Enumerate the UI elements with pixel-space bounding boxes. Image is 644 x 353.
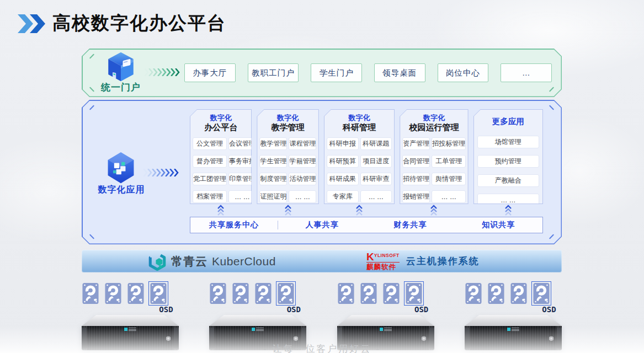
column-header: 数字化 教学管理 (257, 110, 318, 133)
portal-button-row: 办事大厅 教职工门户 学生门户 领导桌面 岗位中心 … (184, 63, 552, 82)
app-chip: 科研成果 (327, 173, 358, 185)
cloud-platform-bar: 常青云 KuberCloud K YLINSOFT 麒麟软件 云主机操作系统 (82, 250, 562, 272)
shared-item-hr: 人事共享 (278, 220, 366, 230)
hard-disk-osd-icon (533, 282, 550, 304)
app-column-office-platform: 数字化 办公平台 公文管理 会议管理 督办管理 事务审批 党工团管理 印章管理 … (190, 109, 252, 204)
app-chip: 预约管理 (478, 156, 539, 167)
hard-disk-osd-icon (277, 282, 295, 304)
kylin-k-letter: K (366, 252, 374, 261)
app-column-teaching-mgmt: 数字化 教学管理 教学管理 课程管理 学生管理 学籍管理 制度管理 活动管理 证… (257, 109, 318, 204)
kubercloud-cn-label: 常青云 (171, 254, 207, 269)
disk-row (82, 282, 179, 304)
hard-disk-icon (232, 282, 249, 304)
portal-button-student-portal: 学生门户 (311, 63, 362, 82)
triple-chevron-up-icon (355, 205, 363, 216)
app-chip: 招待管理 (403, 173, 429, 185)
rack-top-surface (209, 315, 306, 326)
disk-row (209, 282, 306, 304)
hard-disk-icon (104, 282, 122, 304)
unified-portal-panel: 统一门户 办事大厅 教职工门户 学生门户 领导桌面 岗位中心 … (82, 49, 562, 97)
app-chip: … … (432, 191, 465, 202)
blue-flow-arrows-icon (143, 169, 182, 176)
app-chip: 专家库 (327, 191, 358, 202)
hard-disk-osd-icon (150, 282, 167, 304)
rack-top-surface (465, 315, 562, 326)
app-chip: 科研审查 (361, 173, 392, 185)
app-columns-row: 数字化 办公平台 公文管理 会议管理 督办管理 事务审批 党工团管理 印章管理 … (190, 109, 543, 204)
osd-label: OSD (153, 304, 179, 314)
app-chip: 督办管理 (193, 156, 226, 167)
kubercloud-logo: 常青云 KuberCloud (148, 250, 276, 272)
app-chip: 科研预算 (327, 156, 358, 167)
app-chip: 舆情管理 (432, 173, 465, 185)
app-column-campus-operation: 数字化 校园运行管理 资产管理 招投标管理 合同管理 工单管理 招待管理 舆情管… (400, 109, 468, 204)
disk-row (337, 282, 434, 304)
app-chip: 党工团管理 (193, 173, 226, 185)
shared-item-service-center: 共享服务中心 (190, 220, 278, 230)
portal-button-service-hall: 办事大厅 (184, 63, 236, 82)
kylin-os-group: K YLINSOFT 麒麟软件 云主机操作系统 (366, 250, 480, 272)
app-chip: 公文管理 (193, 138, 226, 149)
digital-apps-panel: 数字化应用 数字化 办公平台 (82, 100, 562, 244)
triple-chevron-up-icon (504, 205, 512, 216)
digital-apps-hexagon-icon (105, 151, 137, 184)
column-header: 更多应用 (474, 110, 542, 130)
app-chip: 科研课题 (361, 138, 392, 149)
kylin-cn-label: 麒麟软件 (366, 264, 400, 271)
shared-item-finance: 财务共享 (366, 220, 455, 230)
footer-caption: - 让每一位客户用好云 - (0, 343, 644, 353)
app-chip: … … (289, 191, 316, 202)
app-chip: 活动管理 (289, 173, 316, 185)
app-chip: 场馆管理 (478, 136, 539, 148)
kylin-wordmark: YLINSOFT (374, 253, 400, 258)
app-chip: 档案管理 (193, 191, 226, 202)
app-chip: 证照证明 (260, 191, 286, 202)
triple-chevron-up-icon (430, 205, 438, 216)
hard-disk-icon (337, 282, 355, 304)
green-flow-arrows-icon (145, 68, 183, 76)
app-chip: 项目进度 (361, 156, 392, 167)
digital-apps-label: 数字化应用 (84, 184, 159, 196)
unified-portal-label: 统一门户 (85, 81, 157, 94)
hard-disk-icon (209, 282, 227, 304)
app-chip: 产教融合 (478, 175, 539, 186)
app-chip: 合同管理 (403, 156, 429, 167)
osd-label: OSD (281, 304, 306, 314)
hard-disk-icon (510, 282, 528, 304)
column-header: 数字化 科研管理 (324, 110, 394, 133)
app-chip: 课程管理 (289, 138, 316, 149)
app-chip: 科研申报 (327, 138, 358, 149)
osd-label: OSD (536, 304, 562, 314)
double-chevron-right-icon (17, 14, 46, 33)
kubercloud-en-label: KuberCloud (212, 255, 276, 268)
app-column-research-mgmt: 数字化 科研管理 科研申报 科研课题 科研预算 项目进度 科研成果 科研审查 专… (324, 109, 395, 204)
rack-top-surface (337, 315, 434, 326)
app-column-more-apps: 更多应用 场馆管理 预约管理 产教融合 … … (473, 109, 543, 204)
slide-canvas: 高校数字化办公平台 统一门户 (0, 0, 644, 353)
column-header: 数字化 办公平台 (190, 110, 251, 133)
hard-disk-icon (127, 282, 145, 304)
app-chip: 教学管理 (260, 138, 286, 149)
app-chip: 学生管理 (260, 156, 286, 167)
column-header: 数字化 校园运行管理 (400, 110, 467, 133)
rack-top-surface (82, 315, 179, 326)
app-chip: 学籍管理 (289, 156, 316, 167)
hard-disk-icon (254, 282, 272, 304)
hard-disk-osd-icon (405, 282, 423, 304)
unified-portal-cube-icon (106, 51, 136, 82)
shared-item-knowledge: 知识共享 (454, 220, 542, 230)
osd-label: OSD (409, 304, 434, 314)
app-chip: 招投标管理 (432, 138, 465, 149)
portal-button-leader-desktop: 领导桌面 (374, 63, 425, 82)
page-title: 高校数字化办公平台 (52, 11, 226, 36)
hard-disk-icon (382, 282, 400, 304)
triple-chevron-up-icon (284, 205, 292, 216)
portal-button-post-center: 岗位中心 (438, 63, 489, 82)
app-chip: 报销管理 (403, 191, 429, 202)
cloud-host-os-label: 云主机操作系统 (406, 255, 480, 268)
app-chip: 资产管理 (403, 138, 429, 149)
up-arrows-row (190, 205, 543, 216)
app-chip: 制度管理 (260, 173, 286, 185)
triple-chevron-up-icon (217, 205, 225, 216)
kubercloud-hexagon-icon (148, 252, 167, 271)
